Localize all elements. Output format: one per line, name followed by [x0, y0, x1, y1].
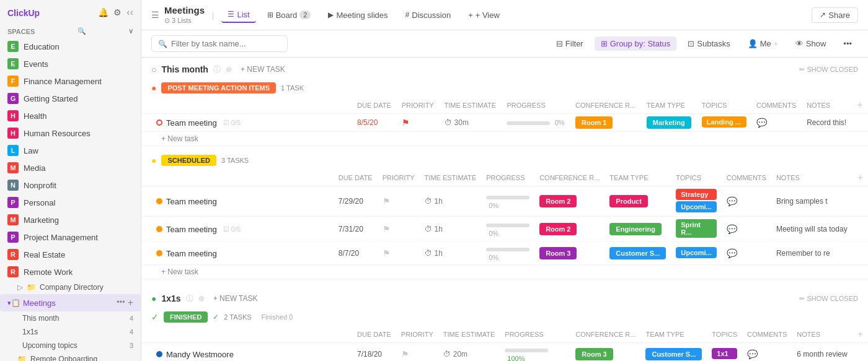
finished-collapse-icon[interactable]: ✓ — [151, 312, 159, 322]
task-topics[interactable]: Landing ... — [697, 114, 751, 132]
task-time-estimate[interactable]: ⏱ 30m — [440, 114, 502, 132]
task-topics[interactable]: Sprint R... — [671, 217, 722, 242]
task-comments[interactable]: 💬 — [751, 114, 802, 132]
col-due-date[interactable]: DUE DATE — [352, 97, 397, 114]
this-month-settings-icon[interactable]: ⊕ — [226, 65, 232, 74]
task-comments[interactable]: 💬 — [722, 186, 771, 217]
task-status-dot[interactable] — [156, 226, 162, 232]
search-box[interactable]: 🔍 — [151, 35, 288, 52]
task-status-dot[interactable] — [156, 120, 162, 126]
col-comments[interactable]: COMMENTS — [751, 97, 802, 114]
col-team-type3[interactable]: TEAM TYPE — [640, 326, 707, 343]
col-time-estimate2[interactable]: TIME ESTIMATE — [420, 170, 482, 186]
col-time-estimate3[interactable]: TIME ESTIMATE — [438, 326, 500, 343]
col-comments2[interactable]: COMMENTS — [722, 170, 771, 186]
col-notes2[interactable]: NOTES — [771, 170, 852, 186]
task-due-date[interactable]: 7/18/20 — [352, 343, 396, 362]
sidebar-folder-company-directory[interactable]: ▷ 📁 Company Directory — [0, 281, 141, 294]
me-button[interactable]: 👤 Me + — [742, 37, 784, 51]
task-time-estimate[interactable]: ⏱ 20m — [438, 343, 500, 362]
add-view-button[interactable]: + + View — [462, 8, 506, 22]
task-team-type[interactable]: Marketing — [642, 114, 697, 132]
task-team-type[interactable]: Engineering — [604, 217, 671, 242]
sidebar-item-health[interactable]: H Health — [0, 107, 141, 124]
task-conf-room[interactable]: Room 3 — [570, 343, 640, 362]
task-priority[interactable]: ⚑ — [378, 217, 420, 242]
task-team-type[interactable]: Customer S... — [640, 343, 707, 362]
col-add[interactable]: + — [852, 97, 868, 114]
sidebar-subitem-this-month[interactable]: This month 4 — [0, 311, 141, 325]
col-conference-room2[interactable]: CONFERENCE R... — [534, 170, 604, 186]
new-task-link[interactable]: + New task — [161, 134, 198, 143]
share-button[interactable]: ↗ Share — [812, 7, 858, 23]
task-conf-room[interactable]: Room 2 — [534, 186, 604, 217]
tab-meeting-slides[interactable]: ▶ Meeting slides — [322, 8, 394, 22]
col-conference-room3[interactable]: CONFERENCE R... — [570, 326, 640, 343]
show-button[interactable]: 👁 Show — [789, 37, 833, 51]
1x1s-info-icon[interactable]: ⓘ — [186, 294, 193, 304]
col-time-estimate[interactable]: TIME ESTIMATE — [440, 97, 502, 114]
task-due-date[interactable]: 7/31/20 — [334, 217, 378, 242]
tab-discussion[interactable]: # Discussion — [399, 8, 458, 22]
task-topics[interactable]: Strategy Upcomi... — [671, 186, 722, 217]
col-add2[interactable]: + — [852, 170, 868, 186]
task-time-estimate[interactable]: ⏱ 1h — [420, 242, 482, 265]
col-priority3[interactable]: PRIORITY — [396, 326, 438, 343]
more-options-button[interactable]: ••• — [837, 37, 858, 51]
search-icon[interactable]: 🔍 — [78, 27, 86, 35]
sidebar-item-getting-started[interactable]: G Getting Started — [0, 90, 141, 107]
task-due-date[interactable]: 8/7/20 — [334, 242, 378, 265]
group-by-button[interactable]: ⊞ Group by: Status — [595, 37, 677, 51]
sidebar-item-law[interactable]: L Law — [0, 142, 141, 159]
task-topics[interactable]: Upcomi... — [671, 242, 722, 265]
post-meeting-collapse-icon[interactable]: ● — [151, 83, 156, 93]
search-input[interactable] — [171, 39, 270, 48]
task-comments[interactable]: 💬 — [742, 343, 792, 362]
this-month-collapse-icon[interactable]: ○ — [151, 64, 156, 74]
scheduled-collapse-icon[interactable]: ● — [151, 155, 156, 165]
app-logo[interactable]: ClickUp — [7, 6, 57, 19]
task-topics[interactable]: 1x1 — [707, 343, 742, 362]
col-team-type[interactable]: TEAM TYPE — [642, 97, 697, 114]
task-due-date[interactable]: 8/5/20 — [352, 114, 397, 132]
tab-board[interactable]: ⊞ Board 2 — [261, 8, 317, 22]
sidebar-item-events[interactable]: E Events — [0, 55, 141, 72]
sidebar-item-media[interactable]: M Media — [0, 159, 141, 176]
task-conf-room[interactable]: Room 2 — [534, 217, 604, 242]
col-topics2[interactable]: TOPICS — [671, 170, 722, 186]
col-notes3[interactable]: NOTES — [792, 326, 852, 343]
col-priority[interactable]: PRIORITY — [397, 97, 440, 114]
this-month-info-icon[interactable]: ⓘ — [213, 64, 221, 75]
task-team-type[interactable]: Product — [604, 186, 671, 217]
sidebar-subitem-upcoming-topics[interactable]: Upcoming topics 3 — [0, 339, 141, 352]
col-team-type2[interactable]: TEAM TYPE — [604, 170, 671, 186]
sidebar-meetings-section[interactable]: ▾ 📋 Meetings ••• + — [0, 294, 141, 311]
sidebar-item-human-resources[interactable]: H Human Resources — [0, 124, 141, 142]
task-status-dot[interactable] — [156, 250, 162, 256]
task-conf-room[interactable]: Room 3 — [534, 242, 604, 265]
col-progress[interactable]: PROGRESS — [502, 97, 570, 114]
subtasks-button[interactable]: ⊡ Subtasks — [681, 37, 736, 51]
col-add3[interactable]: + — [852, 326, 868, 343]
col-topics[interactable]: TOPICS — [697, 97, 751, 114]
col-progress2[interactable]: PROGRESS — [481, 170, 534, 186]
task-status-dot[interactable] — [156, 351, 162, 357]
new-task-link2[interactable]: + New task — [161, 267, 198, 276]
tab-list[interactable]: ☰ List — [221, 7, 255, 23]
task-priority[interactable]: ⚑ — [378, 242, 420, 265]
sidebar-item-nonprofit[interactable]: N Nonprofit — [0, 176, 141, 194]
sidebar-item-marketing[interactable]: M Marketing — [0, 211, 141, 228]
col-comments3[interactable]: COMMENTS — [742, 326, 792, 343]
collapse-icon[interactable]: ‹‹ — [126, 7, 133, 18]
filter-button[interactable]: ⊟ Filter — [550, 37, 590, 51]
task-status-dot[interactable] — [156, 198, 162, 204]
this-month-new-task[interactable]: + NEW TASK — [237, 64, 289, 75]
task-comments[interactable]: 💬 — [722, 217, 771, 242]
scheduled-badge[interactable]: SCHEDULED — [161, 155, 216, 166]
sidebar-folder-remote-onboarding[interactable]: 📁 Remote Onboarding — [0, 352, 141, 361]
col-notes[interactable]: NOTES — [802, 97, 852, 114]
task-priority[interactable]: ⚑ — [378, 186, 420, 217]
col-progress3[interactable]: PROGRESS — [500, 326, 570, 343]
task-team-type[interactable]: Customer S... — [604, 242, 671, 265]
1x1s-settings-icon[interactable]: ⊕ — [198, 294, 205, 303]
